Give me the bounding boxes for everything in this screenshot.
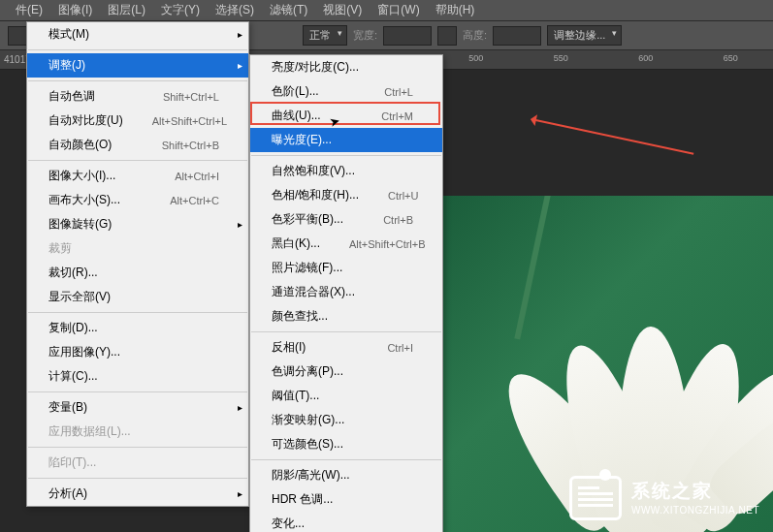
image-menu-item-4[interactable]: 自动色调Shift+Ctrl+L [27,84,248,109]
image-menu-item-label: 变量(B) [48,399,87,416]
adjust-menu-item-label: 渐变映射(G)... [272,412,344,428]
adjust-menu-item-14[interactable]: 色调分离(P)... [250,360,442,384]
menu-file[interactable]: 件(E) [8,0,50,20]
ruler-marks: 500 550 600 650 [434,50,773,70]
image-menu-item-10[interactable]: 图像旋转(G) [27,212,248,236]
image-menu-item-label: 画布大小(S)... [48,192,120,208]
adjust-menu-item-label: 阈值(T)... [272,388,319,404]
menu-select[interactable]: 选择(S) [208,0,262,20]
adjust-menu-item-label: 色相/饱和度(H)... [272,187,359,203]
menu-help[interactable]: 帮助(H) [428,0,483,20]
image-menu-item-label: 应用数据组(L)... [48,423,131,440]
adjust-menu-item-3[interactable]: 曝光度(E)... [250,128,442,152]
adjust-menu-item-1[interactable]: 色阶(L)...Ctrl+L [250,79,442,104]
image-menu-item-15[interactable]: 复制(D)... [27,316,248,340]
image-menu-item-22: 陷印(T)... [27,451,248,475]
image-menu-item-20: 应用数据组(L)... [27,420,248,444]
adjust-menu-item-13[interactable]: 反相(I)Ctrl+I [250,335,442,360]
image-menu-item-0[interactable]: 模式(M) [27,22,248,47]
menu-layer[interactable]: 图层(L) [100,0,153,20]
image-menu-item-shortcut: Shift+Ctrl+B [162,140,219,151]
watermark-en: WWW.XITONGZHIJIA.NET [631,504,759,516]
image-menu-separator [28,49,247,50]
image-menu-item-8[interactable]: 图像大小(I)...Alt+Ctrl+I [27,164,248,188]
adjust-menu-item-19[interactable]: 阴影/高光(W)... [250,463,442,487]
image-menu-item-5[interactable]: 自动对比度(U)Alt+Shift+Ctrl+L [27,109,248,133]
width-label: 宽度: [353,28,377,43]
watermark-logo-icon [569,476,622,520]
image-menu-separator [28,478,247,479]
image-menu-item-2[interactable]: 调整(J) [27,53,248,78]
menu-filter[interactable]: 滤镜(T) [262,0,315,20]
adjust-menu-item-2[interactable]: 曲线(U)...Ctrl+M [250,104,442,128]
image-menu-item-label: 图像旋转(G) [48,216,112,233]
image-menu-item-label: 陷印(T)... [48,454,96,471]
image-menu-item-16[interactable]: 应用图像(Y)... [27,340,248,364]
adjust-menu-item-9[interactable]: 照片滤镜(F)... [250,256,442,280]
adjust-menu-item-5[interactable]: 自然饱和度(V)... [250,159,442,183]
blend-mode-dropdown[interactable]: 正常 [303,25,347,46]
image-menu-item-17[interactable]: 计算(C)... [27,364,248,389]
adjust-menu-item-7[interactable]: 色彩平衡(B)...Ctrl+B [250,207,442,232]
image-menu-separator [28,80,247,81]
adjust-menu-item-shortcut: Ctrl+U [388,190,418,202]
adjust-menu-item-17[interactable]: 可选颜色(S)... [250,432,442,456]
adjust-menu-item-20[interactable]: HDR 色调... [250,487,442,512]
adjustments-submenu: 亮度/对比度(C)...色阶(L)...Ctrl+L曲线(U)...Ctrl+M… [249,54,443,532]
adjust-menu-separator [251,331,441,332]
image-menu-item-shortcut: Alt+Ctrl+C [170,195,219,206]
adjust-menu-item-16[interactable]: 渐变映射(G)... [250,408,442,432]
image-menu-item-label: 模式(M) [48,26,89,43]
adjust-menu-item-8[interactable]: 黑白(K)...Alt+Shift+Ctrl+B [250,232,442,256]
refine-edge-button[interactable]: 调整边缘... [547,25,622,46]
menubar: 件(E) 图像(I) 图层(L) 文字(Y) 选择(S) 滤镜(T) 视图(V)… [0,0,773,21]
image-menu-dropdown: 模式(M)调整(J)自动色调Shift+Ctrl+L自动对比度(U)Alt+Sh… [26,21,249,507]
menu-image[interactable]: 图像(I) [50,0,100,20]
image-menu-item-6[interactable]: 自动颜色(O)Shift+Ctrl+B [27,133,248,157]
image-menu-item-13[interactable]: 显示全部(V) [27,285,248,309]
adjust-menu-item-21[interactable]: 变化... [250,512,442,532]
adjust-menu-item-label: 变化... [272,516,305,532]
image-menu-item-shortcut: Shift+Ctrl+L [163,91,219,103]
adjust-menu-item-6[interactable]: 色相/饱和度(H)...Ctrl+U [250,183,442,207]
image-menu-item-label: 自动颜色(O) [48,137,112,153]
adjust-menu-item-label: 阴影/高光(W)... [272,467,350,484]
menu-view[interactable]: 视图(V) [315,0,370,20]
image-menu-item-19[interactable]: 变量(B) [27,395,248,420]
menu-window[interactable]: 窗口(W) [370,0,427,20]
adjust-menu-item-15[interactable]: 阈值(T)... [250,384,442,408]
adjust-menu-item-shortcut: Ctrl+L [384,86,413,98]
adjust-menu-item-label: 色彩平衡(B)... [272,211,343,228]
adjust-menu-item-11[interactable]: 颜色查找... [250,304,442,329]
adjust-menu-item-label: 自然饱和度(V)... [272,163,355,179]
image-menu-item-label: 图像大小(I)... [48,168,115,184]
image-menu-item-24[interactable]: 分析(A) [27,482,248,506]
adjust-menu-item-shortcut: Ctrl+B [383,214,413,226]
image-menu-separator [28,312,247,313]
image-menu-item-9[interactable]: 画布大小(S)...Alt+Ctrl+C [27,188,248,212]
adjust-menu-separator [251,155,441,156]
adjust-menu-item-label: 曲线(U)... [272,108,321,124]
menu-text[interactable]: 文字(Y) [153,0,208,20]
swap-wh-icon[interactable] [437,26,457,46]
adjust-menu-item-0[interactable]: 亮度/对比度(C)... [250,55,442,79]
image-menu-item-shortcut: Alt+Ctrl+I [175,171,219,182]
adjust-menu-item-label: 通道混合器(X)... [272,284,355,300]
tool-icon-1[interactable] [8,26,27,46]
image-menu-item-12[interactable]: 裁切(R)... [27,261,248,285]
width-input[interactable] [383,26,432,46]
image-menu-item-label: 裁切(R)... [48,265,98,281]
adjust-menu-item-label: HDR 色调... [272,491,333,508]
image-menu-item-label: 显示全部(V) [48,289,111,305]
watermark-cn: 系统之家 [631,480,759,504]
adjust-menu-item-label: 黑白(K)... [272,235,320,252]
adjust-menu-item-10[interactable]: 通道混合器(X)... [250,280,442,304]
image-menu-item-label: 复制(D)... [48,320,98,336]
adjust-menu-item-label: 照片滤镜(F)... [272,260,342,276]
image-menu-separator [28,391,247,392]
image-menu-item-label: 应用图像(Y)... [48,344,120,360]
image-menu-item-11: 裁剪 [27,236,248,261]
watermark-text: 系统之家 WWW.XITONGZHIJIA.NET [631,480,759,516]
height-input[interactable] [493,26,541,46]
image-menu-item-label: 调整(J) [48,57,85,74]
